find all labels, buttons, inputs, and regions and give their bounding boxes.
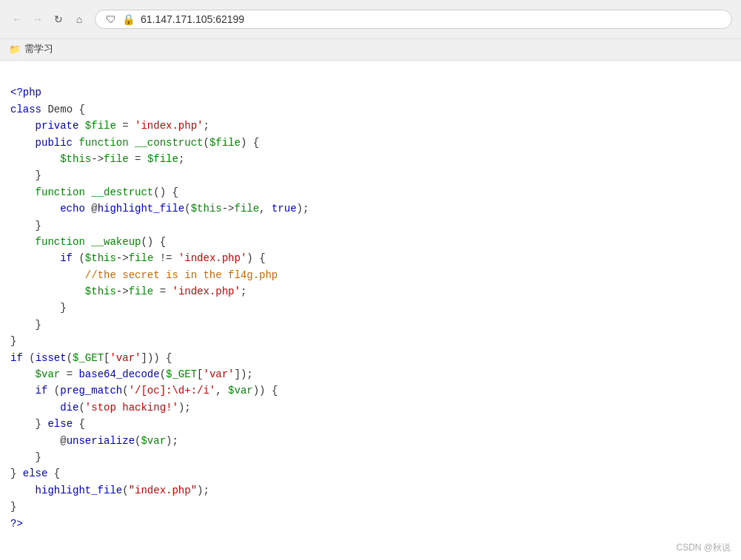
comment-secret: //the secret is in the fl4g.php (85, 269, 278, 281)
var-var: $var (36, 368, 61, 380)
wakeup-method: __wakeup (91, 236, 141, 248)
address-bar[interactable]: 🛡 🔒 61.147.171.105:62199 (95, 10, 732, 29)
nav-buttons: ← → ↻ ⌂ (9, 11, 87, 27)
security-icon: 🛡 (106, 13, 116, 25)
if-keyword3: if (36, 385, 48, 397)
back-button[interactable]: ← (9, 11, 25, 27)
index-string3: 'index.php' (172, 286, 240, 297)
code-block: <?php class Demo { private $file = 'inde… (10, 68, 731, 548)
php-close-tag: ?> (10, 518, 23, 530)
file-var: $file (85, 120, 116, 132)
php-open-tag: <?php (10, 87, 41, 98)
highlight-file-func: highlight_file (98, 203, 185, 215)
else-keyword2: else (23, 468, 48, 479)
destruct-method: __destruct (91, 186, 153, 198)
class-keyword: class (10, 104, 41, 115)
isset-func: isset (36, 352, 67, 364)
index-string: 'index.php' (135, 120, 203, 132)
if-keyword2: if (10, 352, 23, 364)
else-keyword: else (47, 418, 73, 430)
private-keyword: private (36, 120, 79, 132)
page-content: <?php class Demo { private $file = 'inde… (0, 61, 741, 560)
construct-method: __construct (135, 137, 203, 149)
folder-icon: 📁 (9, 44, 21, 55)
base64-func: base64_decode (78, 368, 159, 380)
if-keyword: if (60, 252, 73, 264)
die-func: die (60, 402, 78, 414)
bookmarks-bar: 📁 需学习 (0, 38, 741, 60)
browser-toolbar: ← → ↻ ⌂ 🛡 🔒 61.147.171.105:62199 (0, 0, 741, 38)
unserialize-func: unserialize (67, 435, 135, 447)
warning-icon: 🔒 (122, 13, 135, 25)
address-domain: 61.147.171.105 (141, 13, 212, 25)
highlight-file-func2: highlight_file (36, 485, 123, 496)
preg-match-func: preg_match (60, 385, 122, 397)
public-keyword: public (36, 137, 73, 149)
refresh-button[interactable]: ↻ (50, 11, 67, 27)
this-var: $this (60, 153, 91, 165)
address-port: :62199 (212, 13, 244, 25)
address-text: 61.147.171.105:62199 (141, 13, 721, 25)
function-keyword3: function (36, 236, 85, 248)
watermark: CSDN @秋说 (676, 542, 731, 554)
function-keyword: function (78, 137, 128, 149)
echo-keyword: echo (60, 203, 85, 215)
class-name: Demo { (47, 104, 84, 115)
forward-button[interactable]: → (30, 11, 46, 27)
function-keyword2: function (36, 186, 85, 198)
bookmark-label[interactable]: 需学习 (24, 42, 53, 55)
home-button[interactable]: ⌂ (71, 11, 87, 27)
index-string2: 'index.php' (178, 252, 247, 264)
browser-chrome: ← → ↻ ⌂ 🛡 🔒 61.147.171.105:62199 📁 需学习 (0, 0, 741, 61)
